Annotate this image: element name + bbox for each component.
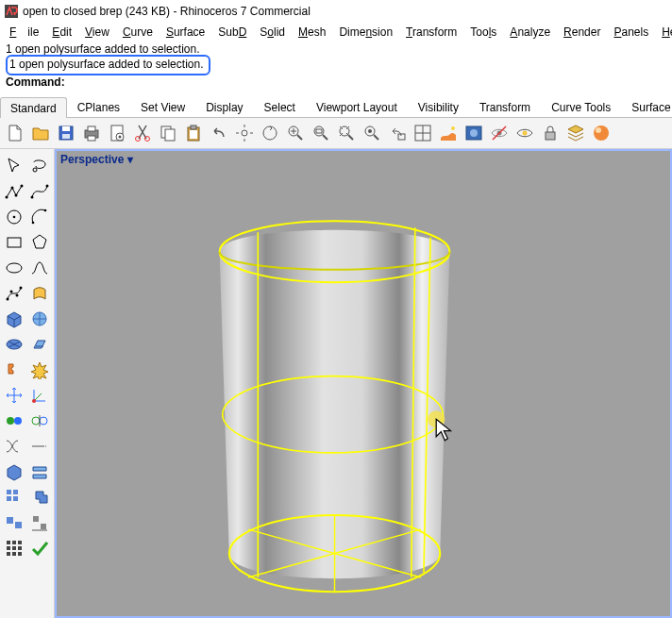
perspective-viewport[interactable]: Perspective ▾	[55, 149, 672, 618]
paste-icon[interactable]	[182, 122, 205, 144]
move-icon[interactable]	[3, 384, 25, 407]
join-icon[interactable]	[3, 409, 25, 432]
svg-rect-73	[7, 552, 10, 556]
svg-point-49	[10, 291, 13, 293]
svg-rect-69	[18, 541, 22, 544]
points-on-icon[interactable]	[3, 282, 25, 305]
extrude-curve-icon[interactable]	[28, 282, 51, 305]
menu-surface[interactable]: Surface	[160, 25, 210, 40]
menu-file[interactable]: File	[4, 25, 44, 40]
align-icon[interactable]	[28, 511, 51, 534]
svg-rect-46	[8, 238, 21, 247]
ellipse-icon[interactable]	[3, 257, 25, 279]
zoom-selected-icon[interactable]	[361, 122, 383, 144]
undo-view-icon[interactable]	[386, 122, 409, 144]
sphere-render-icon[interactable]	[590, 122, 613, 144]
menu-mesh[interactable]: Mesh	[293, 25, 331, 40]
menu-subd[interactable]: SubD	[212, 25, 252, 40]
tab-cplanes[interactable]: CPlanes	[67, 96, 130, 117]
group-icon[interactable]	[3, 511, 25, 534]
menu-tools[interactable]: Tools	[464, 25, 502, 40]
command-prompt[interactable]: Command:	[0, 75, 672, 92]
save-icon[interactable]	[55, 122, 77, 144]
check-icon[interactable]	[28, 537, 51, 560]
tab-viewport-layout[interactable]: Viewport Layout	[306, 96, 408, 117]
svg-rect-13	[165, 129, 175, 141]
svg-rect-66	[41, 524, 46, 529]
menu-view[interactable]: View	[79, 25, 115, 40]
print-icon[interactable]	[80, 122, 103, 144]
boolean-union-icon[interactable]	[28, 486, 51, 509]
menu-curve[interactable]: Curve	[117, 25, 159, 40]
menu-dimension[interactable]: Dimension	[333, 25, 398, 40]
gumball-icon[interactable]	[28, 384, 51, 407]
tab-select[interactable]: Select	[254, 96, 306, 117]
zoom-extents-icon[interactable]	[335, 122, 358, 144]
array-icon[interactable]	[3, 486, 25, 509]
lasso-select-icon[interactable]	[28, 155, 51, 177]
tab-visibility[interactable]: Visibility	[408, 96, 469, 117]
extend-icon[interactable]	[28, 435, 51, 458]
tab-set-view[interactable]: Set View	[130, 96, 195, 117]
standard-toolbar	[0, 118, 672, 149]
split-icon[interactable]	[28, 409, 51, 432]
offset-surface-icon[interactable]	[3, 460, 25, 483]
layers-icon[interactable]	[564, 122, 587, 144]
mesh-plane-icon[interactable]	[28, 333, 51, 356]
svg-point-18	[263, 126, 277, 140]
show-icon[interactable]	[513, 122, 536, 144]
new-file-icon[interactable]	[4, 122, 26, 144]
rendered-viewport-icon[interactable]	[462, 122, 485, 144]
svg-rect-65	[33, 516, 39, 522]
menu-edit[interactable]: Edit	[46, 25, 77, 40]
menu-solid[interactable]: Solid	[254, 25, 291, 40]
select-arrow-icon[interactable]	[3, 155, 25, 177]
circle-icon[interactable]	[3, 206, 25, 228]
menu-analyze[interactable]: Analyze	[504, 25, 556, 40]
menu-render[interactable]: Render	[558, 25, 606, 40]
tab-surface-tools[interactable]: Surface Tools	[621, 96, 672, 117]
undo-icon[interactable]	[208, 122, 230, 144]
svg-rect-71	[12, 546, 16, 550]
loft-icon[interactable]	[28, 460, 51, 483]
tab-curve-tools[interactable]: Curve Tools	[541, 96, 621, 117]
tab-standard[interactable]: Standard	[0, 97, 67, 118]
open-file-icon[interactable]	[29, 122, 52, 144]
zoom-dynamic-icon[interactable]	[284, 122, 307, 144]
freeform-curve-icon[interactable]	[28, 257, 51, 279]
subd-primitive-icon[interactable]	[28, 308, 51, 330]
hide-icon[interactable]	[488, 122, 511, 144]
tab-display[interactable]: Display	[195, 96, 253, 117]
four-viewport-icon[interactable]	[412, 122, 434, 144]
control-point-curve-icon[interactable]	[28, 180, 51, 203]
puzzle-icon[interactable]	[3, 359, 25, 381]
svg-rect-62	[13, 496, 18, 501]
svg-point-57	[32, 417, 40, 425]
rectangle-icon[interactable]	[3, 231, 25, 254]
svg-point-27	[451, 126, 455, 130]
svg-rect-72	[18, 546, 22, 550]
render-preview-icon[interactable]	[437, 122, 460, 144]
arc-icon[interactable]	[28, 206, 51, 228]
trim-icon[interactable]	[3, 435, 25, 458]
svg-point-9	[119, 136, 122, 139]
menu-panels[interactable]: Panels	[608, 25, 654, 40]
lock-icon[interactable]	[539, 122, 562, 144]
polygon-icon[interactable]	[28, 231, 51, 254]
menu-transform[interactable]: Transform	[400, 25, 462, 40]
pan-icon[interactable]	[233, 122, 256, 144]
app-logo-icon	[4, 4, 19, 19]
rotate-view-icon[interactable]	[259, 122, 281, 144]
svg-point-35	[33, 168, 37, 172]
cut-icon[interactable]	[131, 122, 154, 144]
box-icon[interactable]	[3, 308, 25, 330]
menu-help[interactable]: Help	[656, 25, 672, 40]
polyline-icon[interactable]	[3, 180, 25, 203]
copy-icon[interactable]	[157, 122, 179, 144]
tab-transform[interactable]: Transform	[469, 96, 541, 117]
explode-icon[interactable]	[28, 359, 51, 381]
grid-icon[interactable]	[3, 537, 25, 560]
mesh-from-surface-icon[interactable]	[3, 333, 25, 356]
zoom-window-icon[interactable]	[310, 122, 332, 144]
document-properties-icon[interactable]	[106, 122, 128, 144]
